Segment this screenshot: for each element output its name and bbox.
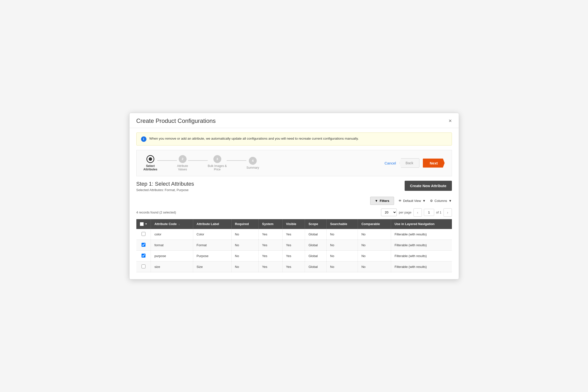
row-visible-3: Yes bbox=[283, 261, 305, 272]
toolbar: ▼ Filters 👁 Default View ▼ ⚙ Columns ▼ bbox=[129, 195, 459, 207]
row-visible-0: Yes bbox=[283, 229, 305, 240]
columns-button[interactable]: ⚙ Columns ▼ bbox=[430, 199, 452, 203]
row-searchable-2: No bbox=[327, 250, 358, 261]
row-code-0: color bbox=[151, 229, 193, 240]
next-page-button[interactable]: › bbox=[444, 208, 452, 217]
row-label-2: Purpose bbox=[193, 250, 231, 261]
row-checkbox-0[interactable] bbox=[141, 232, 145, 236]
row-layered-2: Filterable (with results) bbox=[391, 250, 452, 261]
col-attribute-label: Attribute Label bbox=[193, 219, 231, 229]
row-checkbox-cell-3 bbox=[136, 261, 151, 272]
step1-title: Step 1: Select Attributes bbox=[136, 181, 194, 187]
row-scope-3: Global bbox=[305, 261, 327, 272]
page-number-input[interactable] bbox=[424, 209, 434, 216]
row-comparable-1: No bbox=[358, 240, 391, 250]
col-system: System bbox=[258, 219, 282, 229]
steps-left: Select Attributes 2 Attribute Values 3 B… bbox=[143, 155, 259, 171]
back-button[interactable]: Back bbox=[400, 158, 419, 168]
default-view-button[interactable]: 👁 Default View ▼ bbox=[399, 199, 426, 203]
row-code-3: size bbox=[151, 261, 193, 272]
step-2-label: Attribute Values bbox=[177, 164, 188, 171]
row-code-1: format bbox=[151, 240, 193, 250]
row-checkbox-2[interactable] bbox=[141, 254, 145, 258]
row-required-2: No bbox=[231, 250, 258, 261]
step-4: 4 Summary bbox=[246, 157, 259, 170]
row-visible-1: Yes bbox=[283, 240, 305, 250]
header-checkbox-container: ▼ bbox=[140, 222, 147, 226]
info-icon: i bbox=[141, 136, 146, 142]
col-attribute-code: Attribute Code ↓ bbox=[151, 219, 193, 229]
step-3-label: Bulk Images & Price bbox=[208, 164, 227, 171]
row-label-1: Format bbox=[193, 240, 231, 250]
row-scope-2: Global bbox=[305, 250, 327, 261]
row-checkbox-cell-2 bbox=[136, 250, 151, 261]
modal-title: Create Product Configurations bbox=[136, 118, 216, 124]
header-dropdown-icon[interactable]: ▼ bbox=[145, 222, 147, 225]
step-4-circle: 4 bbox=[249, 157, 257, 165]
per-page-label: per page bbox=[399, 210, 411, 214]
row-scope-1: Global bbox=[305, 240, 327, 250]
row-checkbox-cell-1 bbox=[136, 240, 151, 250]
step-1-label: Select Attributes bbox=[143, 164, 157, 171]
step-3: 3 Bulk Images & Price bbox=[208, 155, 227, 171]
row-checkbox-3[interactable] bbox=[141, 264, 145, 268]
header-checkbox[interactable] bbox=[140, 222, 144, 226]
row-label-0: Color bbox=[193, 229, 231, 240]
modal-header: Create Product Configurations × bbox=[129, 113, 459, 128]
connector-1-2 bbox=[157, 160, 177, 161]
step-2: 2 Attribute Values bbox=[177, 155, 188, 171]
row-code-2: purpose bbox=[151, 250, 193, 261]
filters-label: Filters bbox=[380, 199, 389, 203]
col-searchable: Searchable bbox=[327, 219, 358, 229]
row-comparable-3: No bbox=[358, 261, 391, 272]
col-scope: Scope bbox=[305, 219, 327, 229]
col-layered-nav: Use in Layered Navigation bbox=[391, 219, 452, 229]
connector-2-3 bbox=[188, 160, 208, 161]
row-searchable-0: No bbox=[327, 229, 358, 240]
next-button[interactable]: Next bbox=[423, 158, 445, 168]
close-button[interactable]: × bbox=[449, 118, 452, 124]
connector-3-4 bbox=[227, 160, 246, 161]
step-1-dot bbox=[149, 157, 152, 161]
prev-page-button[interactable]: ‹ bbox=[414, 208, 422, 217]
sort-icon[interactable]: ↓ bbox=[178, 222, 180, 226]
step1-header: Step 1: Select Attributes Selected Attri… bbox=[129, 181, 459, 195]
row-checkbox-1[interactable] bbox=[141, 243, 145, 247]
steps-right: Cancel Back Next bbox=[384, 158, 445, 168]
row-searchable-3: No bbox=[327, 261, 358, 272]
columns-label: Columns bbox=[434, 199, 447, 203]
table-row: purpose Purpose No Yes Yes Global No No … bbox=[136, 250, 452, 261]
selected-attributes-label: Selected Attributes: Format, Purpose bbox=[136, 188, 194, 192]
row-searchable-1: No bbox=[327, 240, 358, 250]
table-body: color Color No Yes Yes Global No No Filt… bbox=[136, 229, 452, 272]
header-checkbox-cell: ▼ bbox=[136, 219, 151, 229]
create-new-attribute-button[interactable]: Create New Attribute bbox=[405, 181, 452, 191]
row-checkbox-cell-0 bbox=[136, 229, 151, 240]
col-required: Required bbox=[231, 219, 258, 229]
gear-icon: ⚙ bbox=[430, 199, 433, 203]
step-4-label: Summary bbox=[246, 166, 259, 170]
table-row: format Format No Yes Yes Global No No Fi… bbox=[136, 240, 452, 250]
row-scope-0: Global bbox=[305, 229, 327, 240]
cancel-button[interactable]: Cancel bbox=[384, 161, 396, 165]
row-required-0: No bbox=[231, 229, 258, 240]
info-text: When you remove or add an attribute, we … bbox=[149, 136, 359, 141]
filter-icon: ▼ bbox=[375, 199, 378, 203]
table-row: color Color No Yes Yes Global No No Filt… bbox=[136, 229, 452, 240]
row-layered-1: Filterable (with results) bbox=[391, 240, 452, 250]
row-system-2: Yes bbox=[258, 250, 282, 261]
step-1-circle bbox=[146, 155, 154, 163]
table-row: size Size No Yes Yes Global No No Filter… bbox=[136, 261, 452, 272]
col-comparable: Comparable bbox=[358, 219, 391, 229]
filters-button[interactable]: ▼ Filters bbox=[370, 197, 394, 205]
per-page-select[interactable]: 20 50 100 bbox=[381, 208, 397, 216]
table-wrapper: ▼ Attribute Code ↓ Attribute Label Requi… bbox=[129, 219, 459, 279]
row-system-3: Yes bbox=[258, 261, 282, 272]
col-visible: Visible bbox=[283, 219, 305, 229]
row-visible-2: Yes bbox=[283, 250, 305, 261]
pagination-row: 4 records found (2 selected) 20 50 100 p… bbox=[129, 207, 459, 219]
row-comparable-0: No bbox=[358, 229, 391, 240]
row-layered-3: Filterable (with results) bbox=[391, 261, 452, 272]
row-system-0: Yes bbox=[258, 229, 282, 240]
step-3-circle: 3 bbox=[213, 155, 221, 163]
